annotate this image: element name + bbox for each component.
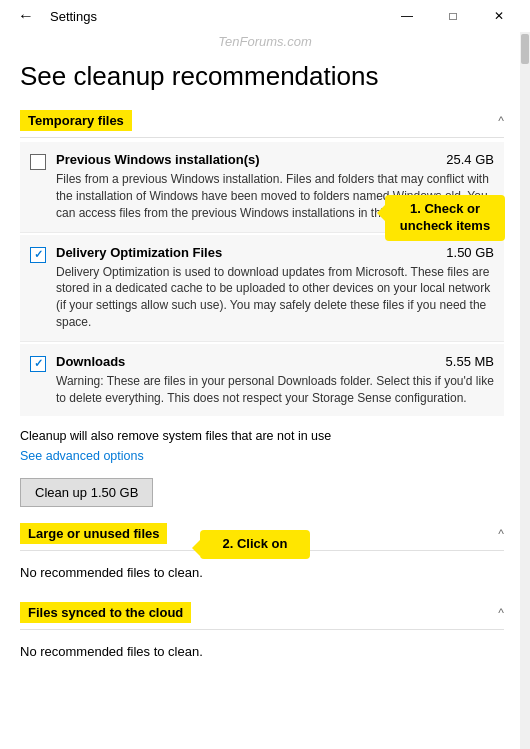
temporary-files-header[interactable]: Temporary files ^ bbox=[20, 104, 504, 138]
scrollbar-thumb[interactable] bbox=[521, 34, 529, 64]
delivery-optimization-size: 1.50 GB bbox=[446, 245, 494, 260]
delivery-optimization-header: Delivery Optimization Files 1.50 GB bbox=[56, 245, 494, 260]
delivery-optimization-content: Delivery Optimization Files 1.50 GB Deli… bbox=[56, 245, 504, 331]
large-unused-no-rec: No recommended files to clean. bbox=[20, 555, 504, 590]
files-synced-section: Files synced to the cloud ^ No recommend… bbox=[20, 596, 504, 669]
page-title: See cleanup recommendations bbox=[0, 53, 530, 104]
previous-windows-checkbox[interactable] bbox=[30, 154, 46, 170]
temporary-files-chevron: ^ bbox=[498, 114, 504, 128]
tooltip-click-on: 2. Click on bbox=[200, 530, 310, 559]
title-bar-title: Settings bbox=[50, 9, 97, 24]
delivery-optimization-desc: Delivery Optimization is used to downloa… bbox=[56, 265, 490, 329]
maximize-button[interactable]: □ bbox=[430, 0, 476, 32]
title-bar-controls: — □ ✕ bbox=[384, 0, 522, 32]
title-bar: ← Settings — □ ✕ bbox=[0, 0, 530, 32]
watermark: TenForums.com bbox=[0, 32, 530, 53]
downloads-name: Downloads bbox=[56, 354, 125, 369]
delivery-optimization-checkbox[interactable] bbox=[30, 247, 46, 263]
temporary-files-label: Temporary files bbox=[20, 110, 132, 131]
close-button[interactable]: ✕ bbox=[476, 0, 522, 32]
advanced-options-link[interactable]: See advanced options bbox=[20, 449, 144, 463]
scrollbar-track[interactable] bbox=[520, 32, 530, 749]
large-unused-label: Large or unused files bbox=[20, 523, 167, 544]
checkbox-area-2 bbox=[20, 245, 56, 263]
downloads-header: Downloads 5.55 MB bbox=[56, 354, 494, 369]
previous-windows-header: Previous Windows installation(s) 25.4 GB bbox=[56, 152, 494, 167]
list-item: Delivery Optimization Files 1.50 GB Deli… bbox=[20, 235, 504, 342]
cleanup-button[interactable]: Clean up 1.50 GB bbox=[20, 478, 153, 507]
checkbox-area-3 bbox=[20, 354, 56, 372]
footer-line-1: Cleanup will also remove system files th… bbox=[20, 426, 504, 446]
previous-windows-size: 25.4 GB bbox=[446, 152, 494, 167]
back-button[interactable]: ← bbox=[12, 5, 40, 27]
tooltip-check-uncheck: 1. Check or uncheck items bbox=[385, 195, 505, 241]
downloads-desc: Warning: These are files in your persona… bbox=[56, 374, 494, 405]
files-synced-chevron: ^ bbox=[498, 606, 504, 620]
previous-windows-name: Previous Windows installation(s) bbox=[56, 152, 260, 167]
minimize-button[interactable]: — bbox=[384, 0, 430, 32]
list-item: Downloads 5.55 MB Warning: These are fil… bbox=[20, 344, 504, 417]
files-synced-no-rec: No recommended files to clean. bbox=[20, 634, 504, 669]
downloads-checkbox[interactable] bbox=[30, 356, 46, 372]
files-synced-label: Files synced to the cloud bbox=[20, 602, 191, 623]
downloads-size: 5.55 MB bbox=[446, 354, 494, 369]
temporary-files-section: Temporary files ^ Previous Windows insta… bbox=[20, 104, 504, 416]
downloads-content: Downloads 5.55 MB Warning: These are fil… bbox=[56, 354, 504, 407]
files-synced-header[interactable]: Files synced to the cloud ^ bbox=[20, 596, 504, 630]
title-bar-left: ← Settings bbox=[12, 5, 97, 27]
large-unused-chevron: ^ bbox=[498, 527, 504, 541]
footer-text: Cleanup will also remove system files th… bbox=[20, 426, 504, 466]
checkbox-area-1 bbox=[20, 152, 56, 170]
delivery-optimization-name: Delivery Optimization Files bbox=[56, 245, 222, 260]
